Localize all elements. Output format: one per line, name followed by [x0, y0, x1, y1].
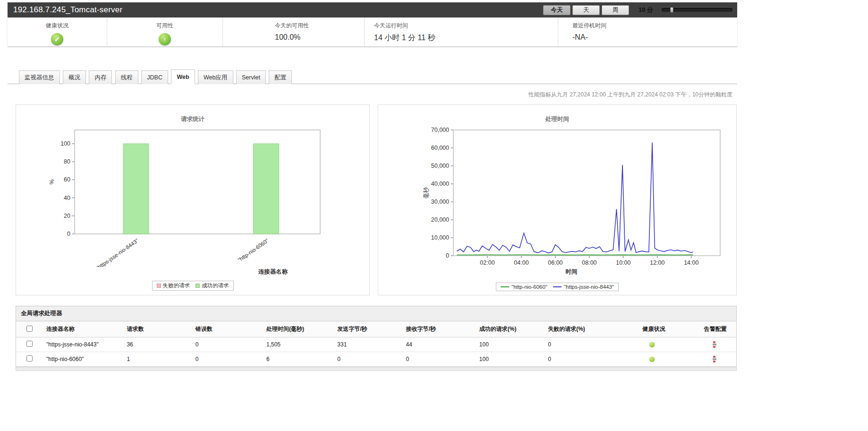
bar-segment	[254, 144, 279, 234]
cell-bytes-recv: 0	[402, 352, 476, 367]
table-header-row: 连接器名称 请求数 错误数 处理时间(毫秒) 发送字节/秒 接收字节/秒 成功的…	[16, 321, 736, 337]
chart-title: 请求统计	[16, 115, 369, 123]
bar-chart-legend: 失败的请求成功的请求	[16, 281, 369, 291]
row-checkbox[interactable]	[26, 341, 33, 347]
tab-threads[interactable]: 线程	[115, 70, 138, 84]
cell-proc-time: 6	[263, 352, 333, 367]
col-alert-config: 告警配置	[700, 321, 736, 337]
select-all-checkbox[interactable]	[26, 326, 33, 332]
table-row: "https-jsse-nio-8443" 36 0 1,505 331 44 …	[16, 337, 736, 352]
col-proc-time: 处理时间(毫秒)	[263, 321, 333, 337]
processing-time-line-chart: 010,00020,00030,00040,00050,00060,00070,…	[378, 126, 736, 268]
legend-swatch-icon	[501, 286, 509, 287]
tab-monitor-info[interactable]: 监视器信息	[19, 70, 60, 84]
next-section-edge	[16, 367, 737, 371]
legend-box: 失败的请求成功的请求	[152, 281, 234, 291]
request-stats-bar-chart: 020406080100%"https-jsse-nio-8443""http-…	[16, 126, 369, 267]
cell-errors: 0	[192, 337, 263, 352]
page-title: 192.168.7.245_Tomcat-server	[13, 5, 122, 15]
cell-requests: 36	[123, 337, 191, 352]
col-connector-name: 连接器名称	[43, 321, 123, 337]
period-button-today[interactable]: 今天	[543, 5, 570, 15]
col-bytes-recv: 接收字节/秒	[402, 321, 476, 337]
legend-label: "http-nio-6060"	[511, 284, 547, 290]
svg-text:10:00: 10:00	[616, 259, 630, 266]
tab-config[interactable]: 配置	[269, 70, 292, 84]
status-availability: 可用性 ↑	[107, 17, 222, 46]
health-status-dot	[649, 357, 655, 362]
legend-swatch-icon	[196, 284, 200, 288]
status-label: 健康状况	[8, 22, 107, 30]
cell-success-pct: 100	[476, 352, 544, 367]
cell-proc-time: 1,505	[263, 337, 333, 352]
status-label: 今天的可用性	[275, 22, 364, 30]
table-title: 全局请求处理器	[16, 306, 736, 321]
line-chart-svg: 010,00020,00030,00040,00050,00060,00070,…	[383, 126, 732, 268]
interval-label: 10 分	[638, 6, 653, 14]
cell-connector-name: "http-nio-6060"	[43, 352, 123, 367]
col-failed-pct: 失败的请求(%)	[544, 321, 638, 337]
svg-text:30,000: 30,000	[431, 198, 449, 205]
legend-swatch-icon	[157, 284, 161, 288]
cell-bytes-sent: 331	[333, 337, 402, 352]
cell-bytes-recv: 44	[402, 337, 476, 352]
processing-time-panel: 处理时间 010,00020,00030,00040,00050,00060,0…	[378, 104, 737, 295]
legend-swatch-icon	[553, 286, 562, 287]
time-granularity-slider[interactable]	[662, 7, 732, 13]
legend-item: 失败的请求	[157, 282, 190, 289]
svg-text:100: 100	[60, 140, 70, 147]
svg-text:40: 40	[64, 195, 70, 201]
legend-label: "https-jsse-nio-8443"	[564, 284, 614, 290]
svg-text:50,000: 50,000	[431, 163, 449, 169]
status-label: 最近停机时间	[572, 22, 737, 30]
status-value: 14 小时 1 分 11 秒	[374, 33, 558, 43]
svg-text:0: 0	[446, 252, 449, 259]
chart-panels: 请求统计 020406080100%"https-jsse-nio-8443""…	[16, 104, 737, 295]
status-value: 100.0%	[275, 33, 364, 42]
request-stats-panel: 请求统计 020406080100%"https-jsse-nio-8443""…	[16, 104, 370, 295]
chart-xlabel: 时间	[392, 268, 750, 276]
bar-chart-svg: 020406080100%"https-jsse-nio-8443""http-…	[24, 126, 362, 267]
period-button-week[interactable]: 周	[602, 5, 629, 15]
slider-handle[interactable]	[670, 7, 673, 13]
tab-servlet[interactable]: Servlet	[236, 70, 266, 84]
alert-config-icon[interactable]	[713, 341, 716, 348]
tab-jdbc[interactable]: JDBC	[141, 70, 168, 84]
health-status-dot	[649, 342, 655, 347]
svg-text:04:00: 04:00	[514, 259, 528, 266]
cell-errors: 0	[192, 352, 263, 367]
svg-text:12:00: 12:00	[650, 259, 664, 266]
col-health: 健康状况	[639, 321, 700, 337]
svg-text:"https-jsse-nio-8443": "https-jsse-nio-8443"	[95, 238, 139, 267]
svg-text:60,000: 60,000	[431, 145, 449, 151]
page: 192.168.7.245_Tomcat-server 今天 天 周 10 分 …	[8, 2, 737, 371]
tab-memory[interactable]: 内存	[89, 70, 112, 84]
tab-web-app[interactable]: Web应用	[198, 70, 233, 84]
svg-text:10,000: 10,000	[431, 234, 449, 241]
status-uptime-today: 今天运行时间 14 小时 1 分 11 秒	[364, 17, 558, 46]
cell-bytes-sent: 0	[333, 352, 402, 367]
tab-overview[interactable]: 概况	[63, 70, 86, 84]
svg-text:40,000: 40,000	[431, 181, 449, 187]
legend-label: 成功的请求	[202, 282, 229, 289]
row-checkbox[interactable]	[26, 355, 33, 362]
global-request-table: 连接器名称 请求数 错误数 处理时间(毫秒) 发送字节/秒 接收字节/秒 成功的…	[16, 321, 736, 367]
cell-failed-pct: 0	[544, 337, 638, 352]
chart-title: 处理时间	[378, 115, 736, 123]
legend-label: 失败的请求	[163, 282, 190, 289]
col-requests: 请求数	[123, 321, 191, 337]
availability-up-icon: ↑	[159, 33, 171, 45]
svg-text:60: 60	[64, 176, 70, 183]
table-row: "http-nio-6060" 1 0 6 0 0 100 0	[16, 352, 736, 367]
col-bytes-sent: 发送字节/秒	[333, 321, 402, 337]
svg-text:06:00: 06:00	[548, 259, 562, 266]
cell-failed-pct: 0	[544, 352, 638, 367]
cell-success-pct: 100	[476, 337, 544, 352]
col-success-pct: 成功的请求(%)	[476, 321, 544, 337]
svg-text:14:00: 14:00	[684, 259, 698, 266]
tab-bar: 监视器信息 概况 内存 线程 JDBC Web Web应用 Servlet 配置	[8, 69, 737, 84]
svg-text:"http-nio-6060": "http-nio-6060"	[237, 238, 270, 263]
period-button-day[interactable]: 天	[572, 5, 600, 15]
alert-config-icon[interactable]	[713, 356, 716, 362]
tab-web[interactable]: Web	[171, 69, 195, 84]
